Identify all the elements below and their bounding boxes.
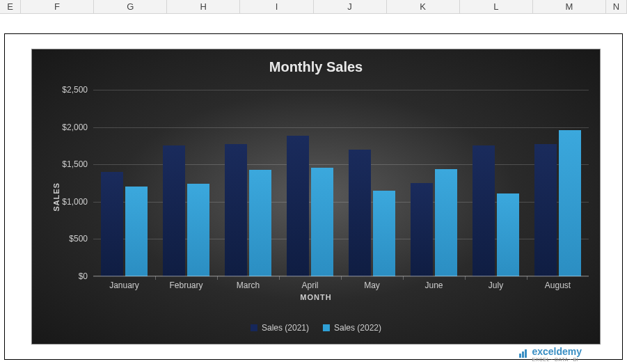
bar-group: [225, 144, 272, 276]
x-divider: [403, 276, 404, 280]
bar-2022[interactable]: [435, 169, 457, 276]
x-tick-label: March: [237, 280, 260, 290]
x-tick-label: January: [109, 280, 139, 290]
svg-rect-2: [525, 349, 527, 358]
col-L[interactable]: L: [460, 0, 533, 13]
plot-area: $0$500$1,000$1,500$2,000$2,500 JanuaryFe…: [93, 90, 589, 276]
grid-line: [93, 127, 589, 128]
y-tick-label: $1,500: [62, 159, 88, 169]
col-H[interactable]: H: [167, 0, 240, 13]
bar-2022[interactable]: [311, 168, 333, 277]
swatch-2022-icon: [323, 324, 330, 331]
bar-group: [101, 172, 148, 276]
bar-group: [349, 150, 396, 276]
legend-item-2022: Sales (2022): [323, 323, 381, 333]
bar-2022[interactable]: [497, 193, 519, 276]
col-J[interactable]: J: [314, 0, 387, 13]
x-tick-label: August: [545, 280, 571, 290]
bar-2022[interactable]: [187, 184, 209, 276]
bar-2021[interactable]: [411, 183, 433, 276]
bar-group: [163, 145, 210, 276]
x-tick-label: July: [489, 280, 503, 290]
y-tick-label: $1,000: [62, 197, 88, 207]
bar-2022[interactable]: [125, 187, 148, 276]
bar-2022[interactable]: [249, 170, 271, 276]
chart-icon: [518, 348, 529, 361]
bar-2022[interactable]: [373, 191, 395, 276]
watermark-brand: exceldemy: [532, 346, 582, 357]
bar-group: [473, 145, 520, 276]
x-tick-label: February: [169, 280, 203, 290]
y-tick-label: $2,500: [62, 85, 88, 95]
y-tick-label: $2,000: [62, 122, 88, 132]
bar-2021[interactable]: [101, 172, 123, 276]
legend-label-2022: Sales (2022): [334, 323, 381, 333]
x-divider: [217, 276, 218, 280]
svg-rect-1: [522, 351, 524, 358]
bar-2021[interactable]: [349, 150, 371, 276]
chart-title: Monthly Sales: [32, 49, 600, 75]
x-axis-line: [93, 276, 589, 276]
bar-2022[interactable]: [559, 130, 581, 276]
x-divider: [279, 276, 280, 280]
y-axis-label: SALES: [52, 182, 61, 212]
col-K[interactable]: K: [387, 0, 460, 13]
col-I[interactable]: I: [240, 0, 313, 13]
worksheet-area[interactable]: Monthly Sales SALES $0$500$1,000$1,500$2…: [0, 14, 627, 364]
watermark: exceldemy EXCEL · DATA · BI: [518, 346, 582, 362]
col-G[interactable]: G: [94, 0, 167, 13]
x-tick-label: April: [301, 280, 318, 290]
x-divider: [527, 276, 527, 280]
chart-legend: Sales (2021) Sales (2022): [251, 323, 381, 333]
x-divider: [465, 276, 466, 280]
x-tick-label: May: [364, 280, 380, 290]
bar-2021[interactable]: [473, 145, 495, 276]
bar-group: [411, 169, 458, 276]
bar-2021[interactable]: [163, 145, 185, 276]
watermark-sub: EXCEL · DATA · BI: [532, 357, 582, 362]
col-N[interactable]: N: [606, 0, 627, 13]
bar-2021[interactable]: [287, 136, 309, 276]
swatch-2021-icon: [251, 324, 257, 331]
grid-line: [93, 90, 589, 90]
col-F[interactable]: F: [21, 0, 94, 13]
bar-group: [534, 130, 582, 276]
legend-item-2021: Sales (2021): [251, 323, 309, 333]
bar-group: [287, 136, 334, 276]
bar-2021[interactable]: [534, 144, 557, 276]
x-divider: [155, 276, 156, 280]
svg-rect-0: [519, 354, 521, 358]
x-divider: [341, 276, 342, 280]
column-header-row: E F G H I J K L M N: [0, 0, 627, 14]
bar-2021[interactable]: [225, 144, 247, 276]
legend-label-2021: Sales (2021): [262, 323, 309, 333]
col-M[interactable]: M: [533, 0, 606, 13]
y-tick-label: $0: [79, 271, 88, 281]
chart-object[interactable]: Monthly Sales SALES $0$500$1,000$1,500$2…: [31, 49, 601, 345]
x-axis-label: MONTH: [300, 293, 331, 301]
y-tick-label: $500: [69, 234, 88, 244]
col-E[interactable]: E: [0, 0, 21, 13]
x-tick-label: June: [424, 280, 443, 290]
